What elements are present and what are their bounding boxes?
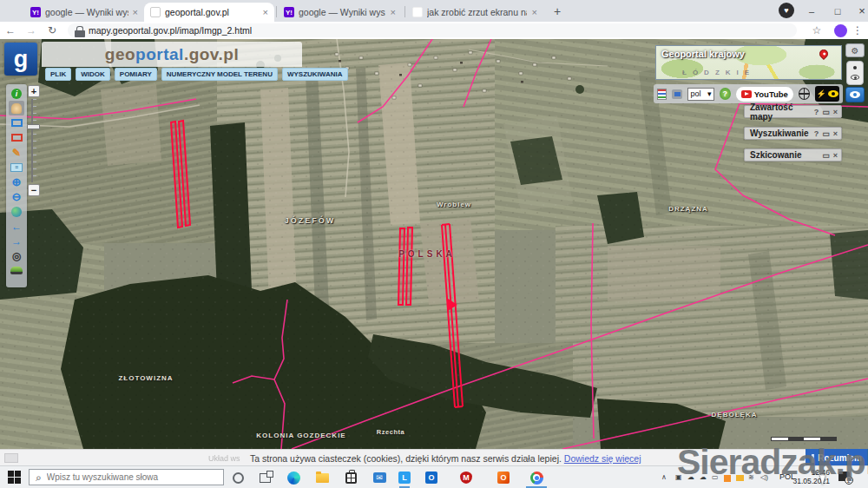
yahoo-favicon-icon: Y!: [284, 7, 294, 17]
view-back-icon[interactable]: ←: [9, 219, 24, 234]
youtube-button[interactable]: YouTube: [736, 87, 793, 102]
youtube-play-icon: [741, 90, 752, 98]
zoom-slider-track[interactable]: [31, 99, 36, 182]
pan-hand-icon[interactable]: [9, 101, 24, 115]
task-view-icon[interactable]: [258, 471, 272, 485]
panel-close-icon[interactable]: ×: [833, 108, 838, 116]
eye-icon[interactable]: [851, 75, 859, 80]
tab-screenshot-howto[interactable]: G jak zrobić zrzut ekranu na laptop ×: [406, 3, 543, 22]
geoportal-menu-bar: PLIK WIDOK POMIARY NUMERYCZNY MODEL TERE…: [45, 68, 348, 81]
minimap-settings-gear-icon[interactable]: ⚙: [845, 43, 865, 57]
panel-maximize-icon[interactable]: ▭: [822, 151, 830, 160]
info-icon[interactable]: i: [9, 86, 24, 101]
scale-window-icon[interactable]: ≡: [9, 160, 24, 175]
dot-icon[interactable]: [853, 66, 857, 69]
zoom-slider-minus-button[interactable]: −: [28, 184, 40, 196]
language-value: pol: [690, 89, 700, 98]
panel-wyszukiwanie[interactable]: Wyszukiwanie ? ▭ ×: [744, 127, 842, 140]
overview-minimap[interactable]: Geoportal krajowy ŁÓDZKIE: [655, 45, 842, 80]
tab-close-icon[interactable]: ×: [391, 7, 396, 17]
print-icon[interactable]: [672, 89, 682, 99]
tray-chevron-icon[interactable]: ∧: [661, 473, 667, 481]
tab-google-results-2[interactable]: Y! google — Wyniki wyszukiwarki Y ×: [278, 3, 402, 22]
reload-icon[interactable]: ↻: [42, 24, 62, 36]
panel-zawartosc-mapy[interactable]: Zawartość mapy ? ▭ ×: [744, 105, 842, 118]
zoom-slider-plus-button[interactable]: +: [28, 85, 40, 97]
url-omnibox[interactable]: mapy.geoportal.gov.pl/imap/Imgp_2.html: [68, 23, 797, 37]
microsoft-store-icon[interactable]: [344, 471, 358, 485]
place-label-deboleka: DĘBOŁĘKA: [712, 411, 758, 419]
panel-close-icon[interactable]: ×: [833, 151, 838, 160]
place-label-rzechta: Rzechta: [377, 428, 404, 436]
view-forward-icon[interactable]: →: [9, 234, 24, 248]
cookie-more-link[interactable]: Dowiedz się więcej: [564, 453, 641, 464]
map-options-toolbar: pol▾ ? YouTube ⚡: [654, 84, 843, 103]
full-extent-globe-icon[interactable]: [9, 204, 24, 219]
back-icon[interactable]: ←: [0, 24, 21, 36]
new-tab-button[interactable]: +: [547, 0, 568, 22]
contrast-eye-icon: [828, 90, 838, 97]
browser-heart-icon[interactable]: ♥: [779, 3, 794, 18]
start-button[interactable]: [8, 471, 21, 484]
window-close-button[interactable]: ×: [849, 0, 868, 22]
menu-pomiary[interactable]: POMIARY: [115, 68, 157, 81]
cortana-icon[interactable]: [231, 471, 245, 485]
tab-google-results-1[interactable]: Y! google — Wyniki wyszukiwarki Y ×: [24, 3, 144, 22]
panel-maximize-icon[interactable]: ▭: [822, 108, 830, 116]
map-viewport[interactable]: JÓZEFÓW Wróblew POLSKA DRZĄZNA ZŁOTOWIZN…: [0, 39, 868, 449]
browser-menu-icon[interactable]: ⋮: [847, 24, 868, 36]
tab-divider: [276, 6, 277, 17]
menu-plik[interactable]: PLIK: [45, 68, 71, 81]
accessibility-toggle[interactable]: ⚡: [815, 86, 839, 102]
center-map-icon[interactable]: ◎: [9, 248, 24, 263]
zoom-window-icon[interactable]: [9, 115, 24, 130]
panel-help-icon[interactable]: ?: [814, 108, 819, 116]
outlook-icon[interactable]: O: [424, 471, 438, 485]
previous-extent-icon[interactable]: [9, 130, 24, 145]
office-icon[interactable]: O: [496, 471, 510, 485]
profile-avatar[interactable]: [834, 24, 847, 37]
show-panels-eye-button[interactable]: [845, 87, 865, 102]
zoom-in-icon[interactable]: ⊕: [9, 175, 24, 189]
menu-nmt[interactable]: NUMERYCZNY MODEL TERENU: [161, 68, 278, 81]
street-view-icon[interactable]: [9, 263, 24, 278]
mcafee-icon[interactable]: M: [459, 471, 473, 485]
panel-title: Wyszukiwanie: [750, 129, 809, 138]
globe-glyph: [11, 207, 22, 217]
draw-pencil-icon[interactable]: ✎: [9, 145, 24, 160]
search-icon: ⌕: [36, 472, 42, 484]
website-globe-icon[interactable]: [799, 88, 810, 100]
tab-close-icon[interactable]: ×: [263, 7, 268, 17]
tab-close-icon[interactable]: ×: [532, 7, 537, 17]
edge-icon[interactable]: [286, 471, 300, 485]
tab-title: jak zrobić zrzut ekranu na laptop: [427, 7, 527, 17]
forward-icon[interactable]: →: [21, 24, 42, 36]
browser-tab-strip: Y! google — Wyniki wyszukiwarki Y × g ge…: [0, 0, 868, 22]
mail-icon[interactable]: ✉: [372, 471, 386, 485]
bookmark-star-icon[interactable]: ☆: [806, 24, 827, 36]
panel-help-icon[interactable]: ?: [814, 129, 819, 138]
tab-close-icon[interactable]: ×: [133, 7, 138, 17]
panel-close-icon[interactable]: ×: [833, 129, 838, 138]
coordinate-system-status: Układ ws: [208, 454, 240, 463]
panel-szkicowanie[interactable]: Szkicowanie ▭ ×: [744, 148, 842, 162]
browser-address-bar: ← → ↻ mapy.geoportal.gov.pl/imap/Imgp_2.…: [0, 22, 868, 39]
geoportal-logo[interactable]: g: [4, 43, 37, 76]
chrome-icon[interactable]: [529, 471, 543, 485]
window-maximize-button[interactable]: □: [825, 0, 851, 22]
panel-maximize-icon[interactable]: ▭: [822, 129, 830, 138]
language-select[interactable]: pol▾: [687, 88, 713, 101]
lightshot-icon[interactable]: L: [398, 471, 411, 485]
window-minimize-button[interactable]: –: [799, 0, 825, 22]
zoom-out-icon[interactable]: ⊖: [9, 189, 24, 204]
search-input[interactable]: [47, 472, 203, 482]
taskbar-search[interactable]: ⌕: [29, 469, 224, 485]
menu-wyszukiwania[interactable]: WYSZUKIWANIA: [282, 68, 348, 81]
tab-geoportal-active[interactable]: g geoportal.gov.pl ×: [144, 3, 274, 22]
legend-icon[interactable]: [657, 89, 667, 100]
file-explorer-icon[interactable]: [315, 471, 329, 485]
menu-widok[interactable]: WIDOK: [76, 68, 110, 81]
help-icon[interactable]: ?: [720, 88, 731, 100]
zoom-slider-handle[interactable]: [27, 124, 40, 129]
scale-glyph: ≡: [10, 163, 23, 172]
